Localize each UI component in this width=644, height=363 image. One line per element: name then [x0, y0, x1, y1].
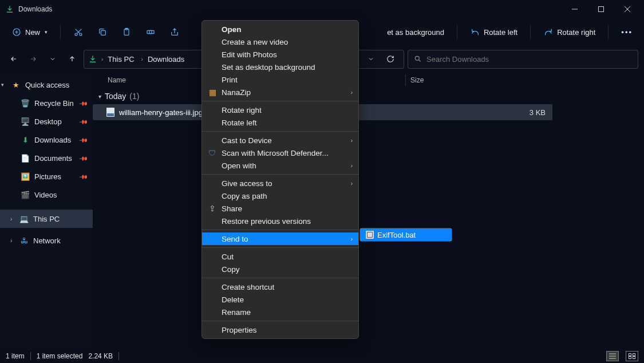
- sidebar-item-quick-access[interactable]: ▾ ★ Quick access: [0, 76, 93, 94]
- breadcrumb-crumb[interactable]: ›This PC: [99, 54, 137, 65]
- new-label: New: [25, 28, 40, 37]
- column-size[interactable]: Size: [405, 74, 445, 86]
- thumbnails-view-button[interactable]: [626, 351, 638, 361]
- search-icon: [414, 55, 422, 63]
- menu-item-open-with[interactable]: Open with›: [202, 159, 358, 172]
- context-menu: Open Create a new video Edit with Photos…: [202, 20, 359, 339]
- share-button[interactable]: [164, 23, 185, 41]
- title-bar: Downloads: [0, 0, 644, 18]
- status-selected-count: 1 item selected: [37, 352, 83, 360]
- minimize-button[interactable]: [562, 0, 588, 18]
- column-headers[interactable]: Name Size: [93, 72, 644, 88]
- rotate-left-button[interactable]: Rotate left: [464, 23, 523, 41]
- back-button[interactable]: [6, 51, 22, 67]
- chevron-down-icon: ▾: [1, 82, 4, 88]
- documents-icon: 📄: [21, 154, 30, 163]
- menu-item-create-shortcut[interactable]: Create shortcut: [202, 281, 358, 293]
- menu-item-rotate-right[interactable]: Rotate right: [202, 104, 358, 116]
- menu-item-create-video[interactable]: Create a new video: [202, 35, 358, 48]
- sidebar-item-label: Quick access: [25, 81, 69, 89]
- chevron-right-icon: ›: [351, 163, 353, 169]
- menu-item-copy-path[interactable]: Copy as path: [202, 190, 358, 202]
- menu-item-share[interactable]: ⇪Share: [202, 202, 358, 215]
- menu-item-restore[interactable]: Restore previous versions: [202, 215, 358, 227]
- menu-item-copy[interactable]: Copy: [202, 263, 358, 275]
- menu-item-set-background[interactable]: Set as desktop background: [202, 61, 358, 73]
- menu-item-properties[interactable]: Properties: [202, 323, 358, 336]
- svg-rect-4: [101, 30, 105, 35]
- svg-point-9: [415, 56, 419, 60]
- rename-button[interactable]: [140, 23, 161, 41]
- svg-rect-10: [629, 354, 631, 356]
- copy-button[interactable]: [92, 23, 113, 41]
- plus-circle-icon: [11, 27, 22, 37]
- sidebar-item-network[interactable]: › 🖧 Network: [0, 231, 93, 250]
- breadcrumb-crumb[interactable]: ›Downloads: [139, 54, 187, 65]
- chevron-right-icon: ›: [10, 216, 12, 222]
- file-size: 3 KB: [530, 108, 546, 117]
- shield-icon: 🛡: [208, 149, 217, 157]
- refresh-button[interactable]: [382, 50, 399, 68]
- sidebar-item-pictures[interactable]: 🖼️Pictures📌: [0, 167, 93, 186]
- pin-icon: 📌: [79, 117, 88, 126]
- sidebar-item-videos[interactable]: 🎬Videos: [0, 186, 93, 204]
- pin-icon: 📌: [79, 172, 88, 181]
- rotate-left-icon: [470, 27, 480, 37]
- clipboard-icon: [121, 27, 132, 37]
- menu-item-cast[interactable]: Cast to Device›: [202, 134, 358, 147]
- details-view-button[interactable]: [606, 351, 619, 361]
- submenu-item-exiftool[interactable]: ExifTool.bat: [360, 228, 452, 241]
- breadcrumb-leaf: Downloads: [148, 55, 184, 64]
- new-button[interactable]: New ▾: [6, 23, 53, 41]
- sidebar-item-label: Desktop: [34, 117, 62, 126]
- close-button[interactable]: [614, 0, 641, 18]
- menu-item-open[interactable]: Open: [202, 23, 358, 35]
- menu-item-defender[interactable]: 🛡Scan with Microsoft Defender...: [202, 147, 358, 159]
- forward-button[interactable]: [25, 51, 41, 67]
- menu-item-delete[interactable]: Delete: [202, 293, 358, 306]
- copy-icon: [97, 27, 108, 37]
- set-background-button[interactable]: et as background: [381, 25, 450, 40]
- address-dropdown-button[interactable]: [362, 50, 380, 68]
- star-icon: ★: [11, 81, 21, 89]
- sidebar-item-documents[interactable]: 📄Documents📌: [0, 149, 93, 167]
- sidebar-item-downloads[interactable]: ⬇Downloads📌: [0, 131, 93, 149]
- menu-item-edit-photos[interactable]: Edit with Photos: [202, 48, 358, 61]
- submenu-item-label: ExifTool.bat: [377, 231, 416, 239]
- rotate-right-label: Rotate right: [557, 28, 595, 37]
- window-title: Downloads: [18, 5, 52, 13]
- search-box[interactable]: [408, 50, 638, 69]
- sidebar-item-this-pc[interactable]: › 💻 This PC: [0, 210, 93, 228]
- sidebar-item-label: Downloads: [34, 136, 71, 144]
- cut-button[interactable]: [68, 23, 89, 41]
- status-selected-size: 2.24 KB: [88, 352, 113, 360]
- sidebar-item-recycle-bin[interactable]: 🗑️Recycle Bin📌: [0, 94, 93, 112]
- rename-icon: [145, 27, 156, 37]
- sidebar-item-label: Pictures: [34, 172, 61, 181]
- sidebar-item-desktop[interactable]: 🖥️Desktop📌: [0, 112, 93, 131]
- menu-item-rename[interactable]: Rename: [202, 306, 358, 318]
- maximize-button[interactable]: [588, 0, 614, 18]
- videos-icon: 🎬: [21, 191, 30, 199]
- menu-item-print[interactable]: Print: [202, 73, 358, 86]
- menu-item-nanazip[interactable]: ▦NanaZip›: [202, 86, 358, 98]
- recent-button[interactable]: [45, 51, 61, 67]
- chevron-right-icon: ›: [351, 89, 353, 96]
- up-button[interactable]: [64, 51, 80, 67]
- search-input[interactable]: [426, 55, 632, 64]
- group-header[interactable]: ▾ Today (1): [93, 88, 644, 104]
- menu-item-cut[interactable]: Cut: [202, 250, 358, 263]
- menu-item-rotate-left[interactable]: Rotate left: [202, 116, 358, 129]
- more-icon: •••: [621, 28, 633, 37]
- more-button[interactable]: •••: [615, 25, 638, 40]
- image-file-icon: [106, 108, 114, 117]
- paste-button[interactable]: [116, 23, 137, 41]
- share-icon: ⇪: [208, 204, 217, 213]
- sidebar-item-label: Documents: [34, 154, 72, 163]
- status-bar: 1 item 1 item selected 2.24 KB: [0, 349, 644, 363]
- menu-item-give-access[interactable]: Give access to›: [202, 177, 358, 190]
- this-pc-icon: 💻: [19, 215, 29, 223]
- menu-item-send-to[interactable]: Send to›: [202, 232, 358, 245]
- rotate-right-button[interactable]: Rotate right: [538, 23, 601, 41]
- send-to-submenu: ExifTool.bat: [359, 228, 452, 242]
